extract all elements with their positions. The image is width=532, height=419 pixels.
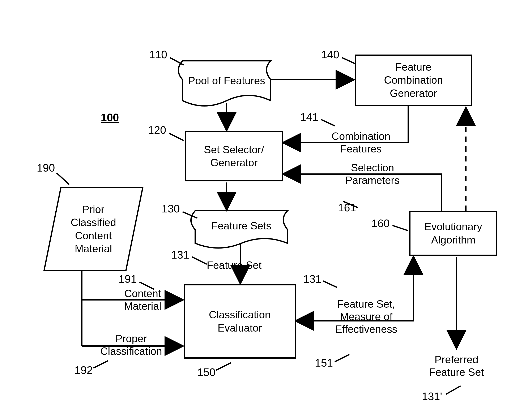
selector-label: Set Selector/ Generator [204, 143, 264, 170]
pool-of-features-label: Pool of Features [183, 74, 271, 87]
svg-line-20 [93, 361, 108, 368]
ref-120: 120 [148, 124, 166, 136]
feature-sets-node: Feature Sets [195, 211, 287, 244]
pool-of-features-node: Pool of Features [183, 61, 271, 101]
ref-131prime: 131' [422, 390, 442, 403]
ref-150: 150 [197, 366, 216, 379]
ref-151: 151 [315, 356, 333, 369]
ref-160: 160 [371, 217, 390, 230]
svg-line-22 [446, 386, 461, 394]
svg-line-19 [216, 363, 231, 370]
svg-line-17 [323, 281, 337, 287]
svg-line-10 [169, 133, 184, 141]
svg-line-12 [57, 173, 69, 184]
prior-classified-content-node: Prior Classified Content Material [44, 188, 143, 271]
svg-line-11 [321, 119, 335, 126]
evolutionary-algorithm-node: Evolutionary Algorithm [409, 211, 497, 256]
ref-161: 161 [338, 201, 356, 214]
feature-sets-label: Feature Sets [195, 219, 287, 233]
flowchart-diagram: 100 Pool of Features 110 Feature Combina… [0, 0, 532, 419]
ref-110: 110 [149, 48, 167, 61]
content-material-label: Content Material [113, 287, 172, 313]
ref-191: 191 [119, 273, 137, 285]
evo-label: Evolutionary Algorithm [424, 220, 482, 246]
preferred-feature-set-label: Preferred Feature Set [422, 353, 491, 379]
svg-line-9 [342, 58, 356, 64]
ref-141: 141 [300, 111, 318, 123]
set-selector-generator-node: Set Selector/ Generator [185, 131, 283, 181]
figure-ref: 100 [101, 111, 119, 124]
svg-line-21 [335, 354, 349, 362]
prior-label: Prior Classified Content Material [71, 203, 116, 255]
ref-192: 192 [74, 364, 93, 376]
selection-parameters-label: Selection Parameters [341, 161, 404, 187]
fcg-label: Feature Combination Generator [384, 61, 443, 100]
ref-140: 140 [321, 48, 339, 61]
feature-set-edge-label: Feature Set [207, 259, 274, 272]
classification-evaluator-node: Classification Evaluator [184, 284, 296, 359]
feature-set-measure-label: Feature Set, Measure of Effectiveness [326, 298, 406, 336]
feature-combination-generator-node: Feature Combination Generator [355, 54, 472, 106]
svg-line-16 [192, 257, 207, 264]
ref-131: 131 [171, 249, 189, 261]
ref-190: 190 [37, 161, 55, 174]
svg-line-8 [170, 58, 184, 65]
svg-line-15 [393, 225, 408, 231]
ref-131b: 131 [303, 273, 322, 285]
ref-130: 130 [162, 202, 180, 215]
evaluator-label: Classification Evaluator [209, 308, 271, 334]
combination-features-label: Combination Features [327, 130, 395, 155]
proper-classification-label: Proper Classification [91, 332, 171, 358]
